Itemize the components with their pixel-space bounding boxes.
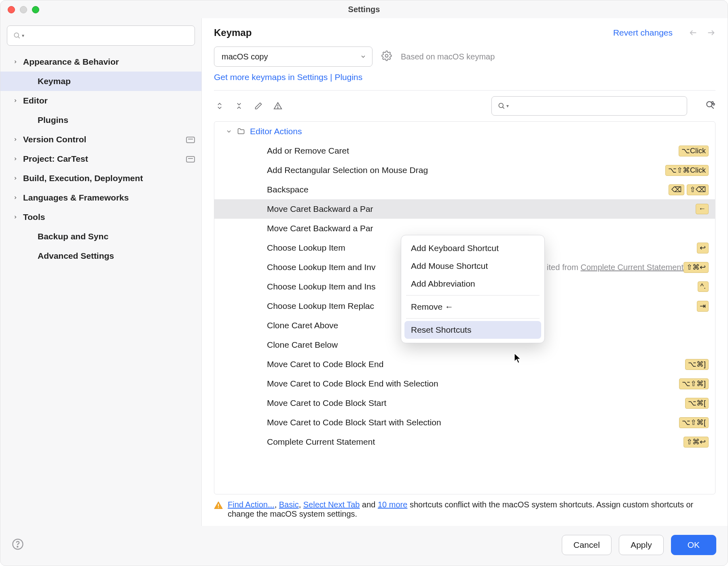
sidebar-item-label: Build, Execution, Deployment [23, 173, 143, 183]
cancel-button[interactable]: Cancel [562, 535, 612, 555]
gear-icon [381, 51, 392, 61]
menu-reset-shortcuts[interactable]: Reset Shortcuts [404, 321, 541, 339]
edit-shortcut-button[interactable] [253, 100, 264, 112]
action-row[interactable]: Move Caret to Code Block End⌥⌘] [214, 355, 715, 374]
sidebar-item-label: Backup and Sync [38, 232, 108, 241]
shortcut-badges: ⌥⌘[ [685, 398, 709, 409]
action-label: Move Caret to Code Block End [267, 359, 685, 369]
sidebar-item-build-execution-deployment[interactable]: Build, Execution, Deployment [0, 169, 201, 188]
shortcut-badges: ⌥⇧⌘Click [665, 165, 709, 176]
action-label: Add or Remove Caret [267, 146, 679, 156]
expand-all-button[interactable] [214, 100, 225, 112]
sidebar-item-project-cartest[interactable]: Project: CarTest [0, 149, 201, 169]
svg-line-10 [711, 106, 714, 108]
conflict-link-find-action[interactable]: Find Action... [228, 500, 275, 509]
chevron-right-icon [12, 98, 19, 103]
search-icon [497, 102, 506, 110]
chevron-right-icon [12, 156, 19, 161]
keymap-gear-button[interactable] [381, 51, 392, 63]
action-row[interactable]: Move Caret Backward a Par← [214, 199, 715, 219]
help-button[interactable] [12, 538, 24, 552]
shortcut-badge: ↩ [697, 243, 709, 253]
shortcut-badge: ⌥⇧⌘Click [665, 165, 709, 176]
back-icon[interactable] [689, 28, 698, 37]
conflict-link-basic[interactable]: Basic [279, 500, 299, 509]
menu-remove-shortcut[interactable]: Remove ← [401, 298, 544, 316]
action-label: Complete Current Statement [267, 437, 684, 447]
sidebar-search-input[interactable]: ▾ [7, 25, 195, 46]
sidebar-item-label: Keymap [38, 76, 71, 86]
ok-button[interactable]: OK [671, 535, 716, 555]
actions-toolbar: ▾ [202, 91, 728, 121]
sidebar-item-version-control[interactable]: Version Control [0, 130, 201, 149]
action-row[interactable]: Backspace⌫⇧⌫ [214, 180, 715, 199]
action-row[interactable]: Add or Remove Caret⌥Click [214, 141, 715, 161]
menu-add-abbreviation[interactable]: Add Abbreviation [401, 275, 544, 293]
actions-group-label: Editor Actions [250, 127, 302, 136]
action-row[interactable]: Complete Current Statement⇧⌘↩ [214, 432, 715, 452]
chevron-down-icon [226, 128, 232, 135]
find-by-shortcut-button[interactable] [705, 100, 715, 112]
shortcut-badges: ⇥ [697, 301, 709, 312]
page-title: Keymap [214, 27, 252, 38]
sidebar-item-advanced-settings[interactable]: Advanced Settings [0, 246, 201, 266]
keymap-selector-row: macOS copy Based on macOS keymap [202, 46, 728, 67]
shortcut-badge: ⌫ [669, 184, 684, 195]
search-dropdown-caret-icon: ▾ [506, 103, 509, 109]
menu-add-mouse-shortcut[interactable]: Add Mouse Shortcut [401, 257, 544, 275]
sidebar-item-editor[interactable]: Editor [0, 91, 201, 110]
body: ▾ Appearance & BehaviorKeymapEditorPlugi… [0, 18, 728, 526]
sidebar-item-label: Version Control [23, 135, 86, 144]
project-scope-icon [186, 155, 195, 165]
sidebar-item-backup-and-sync[interactable]: Backup and Sync [0, 227, 201, 246]
shortcut-badges: ⇧⌘↩ [684, 437, 709, 448]
sidebar-item-tools[interactable]: Tools [0, 207, 201, 227]
svg-point-4 [385, 54, 388, 57]
settings-tree: Appearance & BehaviorKeymapEditorPlugins… [0, 51, 201, 266]
shortcut-badges: ⌥Click [679, 146, 709, 156]
action-row[interactable]: Move Caret to Code Block Start with Sele… [214, 413, 715, 432]
shortcut-badge: ← [696, 204, 709, 214]
action-row[interactable]: Move Caret to Code Block Start⌥⌘[ [214, 393, 715, 413]
folder-icon [237, 127, 245, 135]
action-row[interactable]: Move Caret to Code Block End with Select… [214, 374, 715, 393]
pencil-icon [254, 102, 262, 110]
action-label: Move Caret Backward a Par [267, 224, 709, 233]
apply-button[interactable]: Apply [619, 535, 664, 555]
action-row[interactable]: Add Rectangular Selection on Mouse Drag⌥… [214, 161, 715, 180]
shortcut-badge: ⇧⌫ [687, 184, 709, 195]
shortcut-badges: ← [696, 204, 709, 214]
keymap-select[interactable]: macOS copy [214, 46, 372, 67]
sidebar-item-label: Editor [23, 96, 48, 106]
zoom-window-button[interactable] [32, 6, 39, 13]
sidebar-item-plugins[interactable]: Plugins [0, 110, 201, 130]
expand-icon [216, 102, 224, 110]
sidebar-item-languages-frameworks[interactable]: Languages & Frameworks [0, 188, 201, 207]
menu-add-keyboard-shortcut[interactable]: Add Keyboard Shortcut [401, 239, 544, 257]
conflict-link-more[interactable]: 10 more [378, 500, 407, 509]
conflict-link-select-next-tab[interactable]: Select Next Tab [303, 500, 360, 509]
shortcut-badges: ⌥⌘] [685, 359, 709, 370]
sidebar-item-label: Languages & Frameworks [23, 193, 129, 203]
dialog-footer: Cancel Apply OK [0, 526, 728, 566]
collapse-all-button[interactable] [233, 100, 245, 112]
window-controls [8, 6, 39, 13]
svg-line-1 [18, 37, 20, 38]
shortcut-badge: ⌥⇧⌘[ [679, 417, 709, 428]
get-more-keymaps-link[interactable]: Get more keymaps in Settings | Plugins [214, 72, 362, 82]
sidebar-item-label: Advanced Settings [38, 251, 114, 261]
forward-icon[interactable] [707, 28, 715, 37]
sidebar-item-appearance-behavior[interactable]: Appearance & Behavior [0, 52, 201, 72]
actions-group-header[interactable]: Editor Actions [214, 122, 715, 141]
sidebar-item-keymap[interactable]: Keymap [0, 72, 201, 91]
close-window-button[interactable] [8, 6, 15, 13]
chevron-right-icon [12, 215, 19, 220]
shortcut-badge: ⌥⌘] [685, 359, 709, 370]
shortcut-context-menu: Add Keyboard Shortcut Add Mouse Shortcut… [401, 235, 545, 343]
revert-changes-link[interactable]: Revert changes [613, 28, 673, 38]
titlebar: Settings [0, 0, 728, 18]
minimize-window-button[interactable] [20, 6, 27, 13]
conflicts-button[interactable] [272, 100, 284, 112]
svg-point-12 [713, 103, 715, 105]
actions-search-input[interactable]: ▾ [491, 96, 687, 116]
